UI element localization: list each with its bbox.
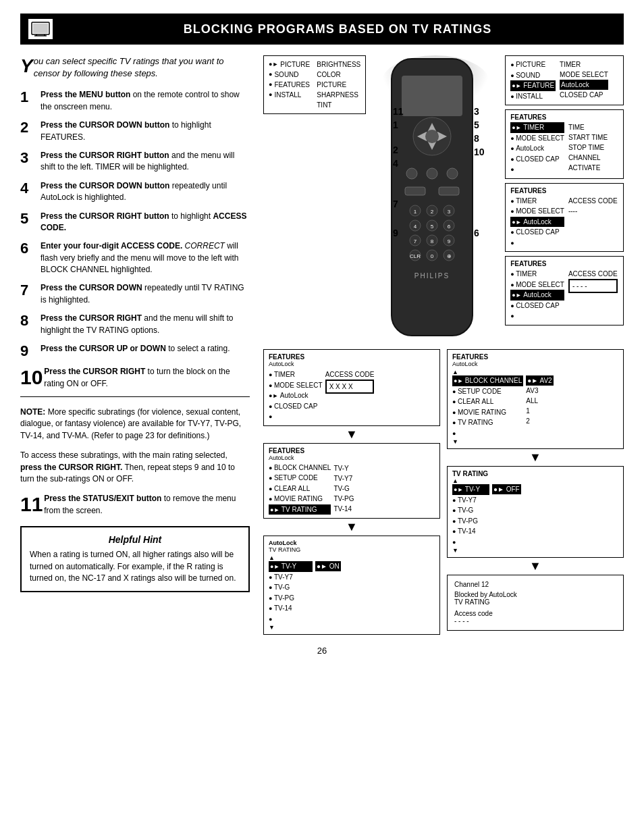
step-num-1: 1 — [20, 89, 35, 105]
step-text-3: Press the CURSOR RIGHT button and the me… — [41, 150, 250, 174]
step-num-5: 5 — [20, 211, 35, 227]
step-text-2: Press the CURSOR DOWN button to highligh… — [41, 120, 250, 143]
menu-box-3: FEATURES ●► TIMER ● MODE SELECT ● AutoLo… — [505, 109, 624, 179]
step-4: 4 Press the CURSOR DOWN button repeatedl… — [20, 180, 250, 204]
svg-rect-1 — [33, 24, 48, 33]
svg-text:9: 9 — [448, 238, 451, 244]
helpful-hint-box: Helpful Hint When a rating is turned ON,… — [20, 526, 250, 592]
lower-right-col: FEATURES AutoLock ▲ ●► BLOCK CHANNEL ● S… — [447, 349, 624, 635]
menu-access-code: FEATURES AutoLock ● TIMER ● MODE SELECT … — [263, 349, 440, 426]
step-10: 10 Press the CURSOR RIGHT to turn the bl… — [20, 366, 250, 390]
lower-left-col: FEATURES AutoLock ● TIMER ● MODE SELECT … — [263, 349, 440, 635]
step-3: 3 Press the CURSOR RIGHT button and the … — [20, 150, 250, 174]
step-text-5: Press the CURSOR RIGHT button to highlig… — [41, 211, 250, 234]
intro-text: You can select specific TV ratings that … — [20, 55, 250, 80]
top-diagram-row: ●►PICTURE ●SOUND ●FEATURES ●INSTALL BRIG… — [263, 55, 624, 341]
step-6: 6 Enter your four-digit ACCESS CODE. COR… — [20, 240, 250, 276]
step-num-7: 7 — [20, 282, 35, 298]
svg-point-12 — [425, 130, 439, 143]
step-num-11: 11 — [20, 493, 38, 515]
menu-box-2: ● PICTURE ● SOUND ●► FEATURE ● INSTALL T… — [505, 55, 624, 105]
step-num-3: 3 — [20, 150, 35, 166]
step-5: 5 Press the CURSOR RIGHT button to highl… — [20, 211, 250, 234]
helpful-hint-body: When a rating is turned ON, all higher r… — [30, 549, 240, 584]
step-num-4: 4 — [20, 180, 35, 197]
svg-text:0: 0 — [431, 253, 434, 259]
step-num-8: 8 — [20, 313, 35, 329]
right-column: ●►PICTURE ●SOUND ●FEATURES ●INSTALL BRIG… — [263, 55, 624, 635]
step-num-9: 9 — [20, 343, 35, 359]
svg-text:3: 3 — [448, 209, 451, 215]
svg-text:7: 7 — [393, 199, 398, 209]
helpful-hint-title: Helpful Hint — [30, 534, 240, 545]
remote-control: 1 2 3 4 5 6 7 8 9 CLR 0 ⊕ PHILIPS 3 5 — [371, 55, 500, 341]
right-menus-stack: ● PICTURE ● SOUND ●► FEATURE ● INSTALL T… — [505, 55, 624, 325]
svg-rect-6 — [402, 76, 462, 116]
note-bold: NOTE: — [20, 407, 45, 417]
steps-list: 1 Press the MENU button on the remote co… — [20, 89, 250, 390]
note-text: More specific subratings (for violence, … — [20, 407, 241, 440]
svg-text:CLR: CLR — [410, 253, 421, 259]
step-1: 1 Press the MENU button on the remote co… — [20, 89, 250, 113]
step-text-6: Enter your four-digit ACCESS CODE. CORRE… — [41, 240, 250, 276]
svg-text:2: 2 — [393, 145, 398, 155]
svg-text:7: 7 — [414, 238, 417, 244]
page-title: Blocking Programs based on TV Ratings — [59, 22, 616, 36]
svg-text:4: 4 — [393, 158, 398, 169]
menu-tv-rating: TV RATING ▲ ●► TV-Y ● TV-Y7 ● TV-G ● TV-… — [447, 466, 624, 558]
step-8: 8 Press the CURSOR RIGHT and the menu wi… — [20, 313, 250, 336]
svg-text:3: 3 — [474, 106, 479, 117]
svg-rect-17 — [439, 187, 459, 195]
step-text-1: Press the MENU button on the remote cont… — [41, 89, 250, 113]
page-header: Blocking Programs based on TV Ratings — [20, 14, 624, 45]
svg-point-14 — [427, 168, 437, 179]
step-7: 7 Press the CURSOR DOWN repeatedly until… — [20, 282, 250, 306]
svg-text:8: 8 — [431, 238, 434, 244]
svg-text:1: 1 — [414, 209, 417, 215]
step-text-7: Press the CURSOR DOWN repeatedly until T… — [41, 282, 250, 306]
step-num-2: 2 — [20, 120, 35, 136]
channel-12-box: Channel 12 Blocked by AutoLock TV RATING… — [447, 575, 624, 631]
menu-box-1: ●►PICTURE ●SOUND ●FEATURES ●INSTALL BRIG… — [263, 55, 366, 114]
svg-text:9: 9 — [393, 228, 398, 238]
menu-box-4: FEATURES ● TIMER ● MODE SELECT ●► AutoLo… — [505, 183, 624, 253]
svg-text:6: 6 — [448, 224, 451, 230]
step-text-11: Press the STATUS/EXIT button to remove t… — [44, 493, 250, 517]
step-text-10: Press the CURSOR RIGHT to turn the block… — [44, 366, 250, 390]
step-text-4: Press the CURSOR DOWN button repeatedly … — [41, 180, 250, 204]
step-num-6: 6 — [20, 240, 35, 257]
svg-text:10: 10 — [474, 147, 485, 157]
drop-cap: Y — [20, 57, 33, 76]
menu-autolock-tvrating-left: FEATURES AutoLock ● BLOCK CHANNEL ● SETU… — [263, 443, 440, 519]
page-number: 26 — [20, 646, 624, 656]
steps-column: You can select specific TV ratings that … — [20, 55, 250, 635]
svg-text:⊕: ⊕ — [447, 253, 452, 259]
header-icon — [28, 19, 53, 39]
svg-text:6: 6 — [474, 228, 479, 238]
menu-tvrating-on: AutoLock TV RATING ▲ ●► TV-Y ● TV-Y7 ● T… — [263, 536, 440, 635]
svg-text:2: 2 — [431, 209, 434, 215]
svg-text:11: 11 — [393, 106, 404, 117]
svg-text:5: 5 — [431, 224, 434, 230]
step-11: 11 Press the STATUS/EXIT button to remov… — [20, 493, 250, 517]
step-text-8: Press the CURSOR RIGHT and the menu will… — [41, 313, 250, 336]
svg-text:8: 8 — [474, 133, 479, 144]
step-9: 9 Press the CURSOR UP or DOWN to select … — [20, 343, 250, 359]
menu-block-channel: FEATURES AutoLock ▲ ●► BLOCK CHANNEL ● S… — [447, 349, 624, 449]
svg-text:PHILIPS: PHILIPS — [414, 272, 450, 280]
svg-text:5: 5 — [474, 120, 479, 130]
menu-box-5: FEATURES ● TIMER ● MODE SELECT ●► AutoLo… — [505, 256, 624, 325]
svg-point-15 — [447, 168, 458, 179]
step-num-10: 10 — [20, 366, 38, 388]
svg-text:4: 4 — [414, 224, 417, 230]
svg-point-13 — [406, 168, 417, 179]
step-2: 2 Press the CURSOR DOWN button to highli… — [20, 120, 250, 143]
note-section: NOTE: More specific subratings (for viol… — [20, 407, 250, 442]
lower-diagram-row-1: FEATURES AutoLock ● TIMER ● MODE SELECT … — [263, 349, 624, 635]
svg-text:1: 1 — [393, 120, 398, 130]
subrating-text: To access these subratings, with the mai… — [20, 450, 250, 485]
svg-rect-16 — [405, 187, 425, 195]
step-text-9: Press the CURSOR UP or DOWN to select a … — [41, 343, 230, 355]
